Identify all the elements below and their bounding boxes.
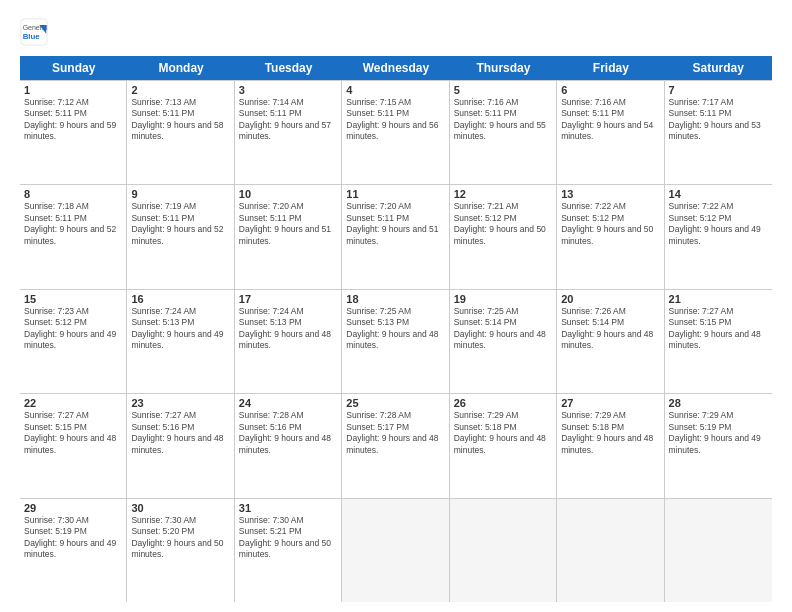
day-number: 18 xyxy=(346,293,444,305)
day-number: 11 xyxy=(346,188,444,200)
day-number: 9 xyxy=(131,188,229,200)
day-info: Sunrise: 7:17 AMSunset: 5:11 PMDaylight:… xyxy=(669,97,768,143)
day-number: 4 xyxy=(346,84,444,96)
day-number: 13 xyxy=(561,188,659,200)
day-cell-21: 21Sunrise: 7:27 AMSunset: 5:15 PMDayligh… xyxy=(665,290,772,393)
day-number: 6 xyxy=(561,84,659,96)
header-day-tuesday: Tuesday xyxy=(235,56,342,80)
day-cell-9: 9Sunrise: 7:19 AMSunset: 5:11 PMDaylight… xyxy=(127,185,234,288)
day-info: Sunrise: 7:22 AMSunset: 5:12 PMDaylight:… xyxy=(669,201,768,247)
day-info: Sunrise: 7:20 AMSunset: 5:11 PMDaylight:… xyxy=(239,201,337,247)
day-number: 26 xyxy=(454,397,552,409)
day-info: Sunrise: 7:12 AMSunset: 5:11 PMDaylight:… xyxy=(24,97,122,143)
day-number: 31 xyxy=(239,502,337,514)
header: General Blue xyxy=(20,18,772,46)
day-cell-24: 24Sunrise: 7:28 AMSunset: 5:16 PMDayligh… xyxy=(235,394,342,497)
day-number: 16 xyxy=(131,293,229,305)
day-info: Sunrise: 7:20 AMSunset: 5:11 PMDaylight:… xyxy=(346,201,444,247)
day-cell-16: 16Sunrise: 7:24 AMSunset: 5:13 PMDayligh… xyxy=(127,290,234,393)
day-number: 27 xyxy=(561,397,659,409)
day-info: Sunrise: 7:24 AMSunset: 5:13 PMDaylight:… xyxy=(131,306,229,352)
calendar-header: SundayMondayTuesdayWednesdayThursdayFrid… xyxy=(20,56,772,80)
day-cell-29: 29Sunrise: 7:30 AMSunset: 5:19 PMDayligh… xyxy=(20,499,127,602)
day-cell-26: 26Sunrise: 7:29 AMSunset: 5:18 PMDayligh… xyxy=(450,394,557,497)
day-cell-19: 19Sunrise: 7:25 AMSunset: 5:14 PMDayligh… xyxy=(450,290,557,393)
day-info: Sunrise: 7:14 AMSunset: 5:11 PMDaylight:… xyxy=(239,97,337,143)
empty-cell xyxy=(665,499,772,602)
day-cell-15: 15Sunrise: 7:23 AMSunset: 5:12 PMDayligh… xyxy=(20,290,127,393)
day-number: 21 xyxy=(669,293,768,305)
week-row-4: 15Sunrise: 7:23 AMSunset: 5:12 PMDayligh… xyxy=(20,290,772,394)
day-cell-8: 8Sunrise: 7:18 AMSunset: 5:11 PMDaylight… xyxy=(20,185,127,288)
day-cell-3: 3Sunrise: 7:14 AMSunset: 5:11 PMDaylight… xyxy=(235,81,342,184)
day-number: 8 xyxy=(24,188,122,200)
day-info: Sunrise: 7:27 AMSunset: 5:16 PMDaylight:… xyxy=(131,410,229,456)
day-cell-4: 4Sunrise: 7:15 AMSunset: 5:11 PMDaylight… xyxy=(342,81,449,184)
header-day-friday: Friday xyxy=(557,56,664,80)
day-info: Sunrise: 7:16 AMSunset: 5:11 PMDaylight:… xyxy=(454,97,552,143)
calendar: SundayMondayTuesdayWednesdayThursdayFrid… xyxy=(20,56,772,602)
day-cell-7: 7Sunrise: 7:17 AMSunset: 5:11 PMDaylight… xyxy=(665,81,772,184)
day-cell-28: 28Sunrise: 7:29 AMSunset: 5:19 PMDayligh… xyxy=(665,394,772,497)
day-number: 5 xyxy=(454,84,552,96)
day-info: Sunrise: 7:22 AMSunset: 5:12 PMDaylight:… xyxy=(561,201,659,247)
day-cell-10: 10Sunrise: 7:20 AMSunset: 5:11 PMDayligh… xyxy=(235,185,342,288)
empty-cell xyxy=(557,499,664,602)
day-number: 29 xyxy=(24,502,122,514)
day-info: Sunrise: 7:23 AMSunset: 5:12 PMDaylight:… xyxy=(24,306,122,352)
svg-text:Blue: Blue xyxy=(23,32,41,41)
day-number: 3 xyxy=(239,84,337,96)
day-number: 25 xyxy=(346,397,444,409)
day-info: Sunrise: 7:27 AMSunset: 5:15 PMDaylight:… xyxy=(669,306,768,352)
day-cell-23: 23Sunrise: 7:27 AMSunset: 5:16 PMDayligh… xyxy=(127,394,234,497)
week-row-3: 8Sunrise: 7:18 AMSunset: 5:11 PMDaylight… xyxy=(20,185,772,289)
day-info: Sunrise: 7:30 AMSunset: 5:20 PMDaylight:… xyxy=(131,515,229,561)
header-day-sunday: Sunday xyxy=(20,56,127,80)
day-cell-2: 2Sunrise: 7:13 AMSunset: 5:11 PMDaylight… xyxy=(127,81,234,184)
day-info: Sunrise: 7:30 AMSunset: 5:19 PMDaylight:… xyxy=(24,515,122,561)
day-number: 10 xyxy=(239,188,337,200)
day-number: 23 xyxy=(131,397,229,409)
day-info: Sunrise: 7:26 AMSunset: 5:14 PMDaylight:… xyxy=(561,306,659,352)
calendar-page: General Blue SundayMondayTuesdayWednesda… xyxy=(0,0,792,612)
day-cell-14: 14Sunrise: 7:22 AMSunset: 5:12 PMDayligh… xyxy=(665,185,772,288)
day-info: Sunrise: 7:18 AMSunset: 5:11 PMDaylight:… xyxy=(24,201,122,247)
header-day-monday: Monday xyxy=(127,56,234,80)
day-number: 17 xyxy=(239,293,337,305)
day-number: 15 xyxy=(24,293,122,305)
header-day-saturday: Saturday xyxy=(665,56,772,80)
day-info: Sunrise: 7:29 AMSunset: 5:18 PMDaylight:… xyxy=(561,410,659,456)
day-number: 28 xyxy=(669,397,768,409)
week-row-2: 1Sunrise: 7:12 AMSunset: 5:11 PMDaylight… xyxy=(20,81,772,185)
day-number: 19 xyxy=(454,293,552,305)
calendar-body: 1Sunrise: 7:12 AMSunset: 5:11 PMDaylight… xyxy=(20,80,772,602)
day-info: Sunrise: 7:16 AMSunset: 5:11 PMDaylight:… xyxy=(561,97,659,143)
day-info: Sunrise: 7:24 AMSunset: 5:13 PMDaylight:… xyxy=(239,306,337,352)
day-number: 2 xyxy=(131,84,229,96)
day-cell-1: 1Sunrise: 7:12 AMSunset: 5:11 PMDaylight… xyxy=(20,81,127,184)
day-cell-22: 22Sunrise: 7:27 AMSunset: 5:15 PMDayligh… xyxy=(20,394,127,497)
day-info: Sunrise: 7:28 AMSunset: 5:17 PMDaylight:… xyxy=(346,410,444,456)
day-number: 1 xyxy=(24,84,122,96)
day-cell-13: 13Sunrise: 7:22 AMSunset: 5:12 PMDayligh… xyxy=(557,185,664,288)
day-info: Sunrise: 7:29 AMSunset: 5:19 PMDaylight:… xyxy=(669,410,768,456)
day-cell-5: 5Sunrise: 7:16 AMSunset: 5:11 PMDaylight… xyxy=(450,81,557,184)
empty-cell xyxy=(450,499,557,602)
day-number: 22 xyxy=(24,397,122,409)
day-cell-27: 27Sunrise: 7:29 AMSunset: 5:18 PMDayligh… xyxy=(557,394,664,497)
day-cell-11: 11Sunrise: 7:20 AMSunset: 5:11 PMDayligh… xyxy=(342,185,449,288)
day-cell-12: 12Sunrise: 7:21 AMSunset: 5:12 PMDayligh… xyxy=(450,185,557,288)
day-info: Sunrise: 7:30 AMSunset: 5:21 PMDaylight:… xyxy=(239,515,337,561)
day-info: Sunrise: 7:21 AMSunset: 5:12 PMDaylight:… xyxy=(454,201,552,247)
day-info: Sunrise: 7:25 AMSunset: 5:14 PMDaylight:… xyxy=(454,306,552,352)
day-number: 24 xyxy=(239,397,337,409)
day-cell-17: 17Sunrise: 7:24 AMSunset: 5:13 PMDayligh… xyxy=(235,290,342,393)
day-number: 12 xyxy=(454,188,552,200)
day-info: Sunrise: 7:25 AMSunset: 5:13 PMDaylight:… xyxy=(346,306,444,352)
day-number: 30 xyxy=(131,502,229,514)
week-row-6: 29Sunrise: 7:30 AMSunset: 5:19 PMDayligh… xyxy=(20,499,772,602)
day-info: Sunrise: 7:29 AMSunset: 5:18 PMDaylight:… xyxy=(454,410,552,456)
logo-icon: General Blue xyxy=(20,18,48,46)
day-cell-18: 18Sunrise: 7:25 AMSunset: 5:13 PMDayligh… xyxy=(342,290,449,393)
day-cell-31: 31Sunrise: 7:30 AMSunset: 5:21 PMDayligh… xyxy=(235,499,342,602)
